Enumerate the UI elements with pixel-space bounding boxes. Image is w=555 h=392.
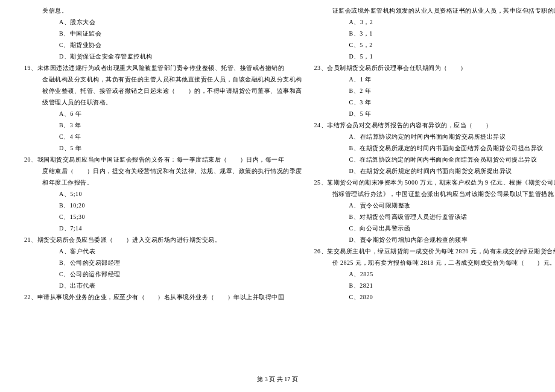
question-19-line2: 金融机构及分支机构，其负有责任的主管人员和其他直接责任人员，自该金融机构及分支机… [24,74,302,85]
question-23: 23、会员制期货交易所所设理事会任职期间为（ ） [314,62,556,74]
option-b: B、2821 [314,280,556,291]
option-b: B、3 年 [24,119,302,131]
question-19-line1: 19、未体因违法违规行为或者出现重大风险被监管部门责令停业整顿、托管、接管或者撤… [24,62,302,74]
question-20-line1: 20、我国期货交易所应当向中国证监会报告的义务有：每一季度结束后（ ）日内，每一… [24,154,302,165]
option-a: A、3，2 [314,16,556,28]
option-a: A、客户代表 [24,245,302,257]
option-a: A、6 年 [24,108,302,119]
question-20-line3: 和年度工作报告。 [24,177,302,188]
right-column: 证监会或境外监管机构颁发的从业人员资格证书的从业人员，其中应包括专职的风险管理人… [314,0,556,303]
option-b: B、公司的交易部经理 [24,257,302,268]
option-b: B、在期货交易所规定的时间内书面向全面结算会员期货公司提出异议 [314,142,556,154]
continuation-text: 关信息。 [24,5,302,16]
question-24: 24、非结算会员对交易结算报告的内容有异议的，应当（ ） [314,119,556,131]
question-25-line1: 25、某期货公司的期末净资本为 5000 万元，期末客户权益为 9 亿元。根据《… [314,177,556,188]
option-a: A、在结算协议约定的时间内书面向期货交易所提出异议 [314,131,556,142]
question-22: 22、申请从事境外业务的企业，应至少有（ ）名从事境外业务（ ）年以上并取得中国 [24,291,302,303]
left-column: 关信息。 A、股东大会 B、中国证监会 C、期货业协会 D、期货保证金安全存管监… [24,0,302,303]
option-d: D、出市代表 [24,280,302,291]
option-c: C、在结算协议约定的时间内书面向全面结算会员期货公司提出异议 [314,154,556,165]
option-d: D、期货保证金安全存管监控机构 [24,51,302,62]
page-content: 关信息。 A、股东大会 B、中国证监会 C、期货业协会 D、期货保证金安全存管监… [24,0,531,303]
option-a: A、责令公司限期整改 [314,200,556,211]
page-footer: 第 3 页 共 17 页 [0,373,555,385]
option-c: C、15;30 [24,211,302,223]
option-c: C、2820 [314,291,556,303]
question-26-line2: 价 2825 元，现有卖方报价每吨 2818 元，二者成交则成交价为每吨（ ）元… [314,257,556,268]
option-d: D、7;14 [24,223,302,234]
option-b: B、2 年 [314,85,556,96]
option-b: B、对期货公司高级管理人员进行监管谈话 [314,211,556,223]
option-c: C、期货业协会 [24,39,302,51]
option-d: D、在期货交易所规定的时间内书面向期货交易所提出异议 [314,165,556,177]
option-b: B、3，1 [314,28,556,39]
option-a: A、1 年 [314,74,556,85]
option-c: C、3 年 [314,96,556,108]
option-d: D、5，1 [314,51,556,62]
option-a: A、2825 [314,268,556,280]
question-19-line3: 被停业整顿、托管、接管或者撤销之日起未逾（ ）的，不得申请期货公司董事、监事和高 [24,85,302,96]
option-b: B、10;20 [24,200,302,211]
question-19-line4: 级管理人员的任职资格。 [24,96,302,108]
option-a: A、5;10 [24,188,302,200]
question-21: 21、期货交易所会员应当委派（ ）进入交易所场内进行期货交易。 [24,234,302,245]
option-c: C、向公司出具警示函 [314,223,556,234]
question-25-line2: 指标管理试行办法》，中国证监会派出机构应当对该期货公司采取以下监管措施（ ） [314,188,556,200]
question-22-cont: 证监会或境外监管机构颁发的从业人员资格证书的从业人员，其中应包括专职的风险管理人… [314,5,556,16]
option-a: A、股东大会 [24,16,302,28]
option-d: D、责令期货公司增加内部合规检查的频率 [314,234,556,245]
option-d: D、5 年 [314,108,556,119]
option-b: B、中国证监会 [24,28,302,39]
option-c: C、4 年 [24,131,302,142]
option-c: C、5，2 [314,39,556,51]
option-c: C、公司的运作部经理 [24,268,302,280]
question-26-line1: 26、某交易所主机中，绿豆期货前一成交价为每吨 2820 元，尚有未成交的绿豆期… [314,245,556,257]
option-d: D、5 年 [24,142,302,154]
question-20-line2: 度结束后（ ）日内，提交有关经营情况和有关法律、法规、规章、政策的执行情况的季度 [24,165,302,177]
